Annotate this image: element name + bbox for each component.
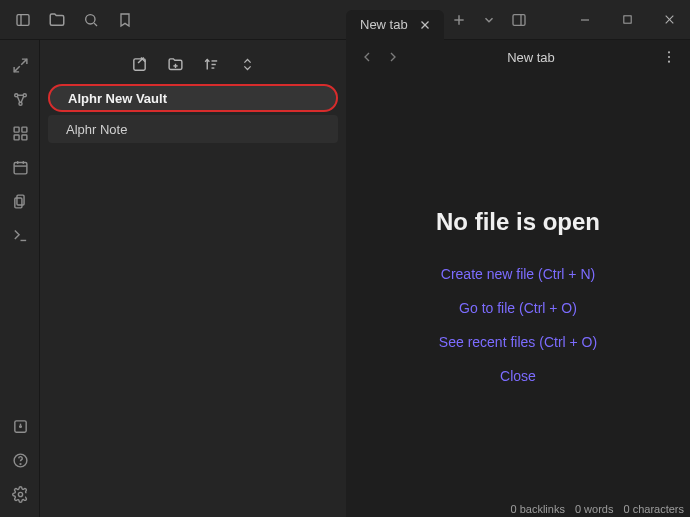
new-folder-icon[interactable]: [163, 54, 187, 74]
right-sidebar-toggle-icon[interactable]: [504, 5, 534, 35]
svg-rect-31: [14, 420, 25, 431]
sort-icon[interactable]: [199, 54, 223, 74]
window-controls: [564, 5, 690, 35]
tab-dropdown-icon[interactable]: [474, 5, 504, 35]
file-pane-toolbar: [48, 48, 338, 84]
editor-header: New tab: [346, 40, 690, 74]
status-backlinks: 0 backlinks: [511, 503, 565, 515]
new-tab-button[interactable]: [444, 5, 474, 35]
svg-rect-11: [623, 16, 630, 23]
ribbon-bottom: [0, 409, 39, 517]
empty-heading: No file is open: [436, 208, 600, 236]
status-characters: 0 characters: [623, 503, 684, 515]
tab-strip: New tab: [346, 0, 690, 39]
svg-line-3: [94, 23, 97, 26]
main-row: Alphr New Vault Alphr Note New tab No fi…: [0, 40, 690, 517]
templates-icon[interactable]: [0, 184, 40, 218]
svg-point-35: [18, 492, 22, 496]
svg-line-17: [17, 96, 19, 102]
titlebar-left: [0, 5, 346, 35]
svg-line-18: [21, 96, 23, 102]
svg-point-2: [86, 14, 95, 23]
svg-rect-0: [17, 14, 29, 25]
settings-icon[interactable]: [0, 477, 40, 511]
collapse-icon[interactable]: [235, 54, 259, 74]
svg-rect-29: [14, 197, 21, 207]
file-item-label: Alphr Note: [66, 122, 127, 137]
svg-point-32: [19, 425, 21, 427]
help-icon[interactable]: [0, 443, 40, 477]
minimize-button[interactable]: [564, 5, 606, 35]
svg-point-44: [668, 56, 670, 58]
svg-rect-28: [16, 195, 23, 205]
titlebar: New tab: [0, 0, 690, 40]
svg-rect-21: [21, 127, 26, 132]
create-new-file-link[interactable]: Create new file (Ctrl + N): [441, 266, 595, 282]
forward-icon[interactable]: [380, 44, 406, 70]
svg-rect-24: [14, 162, 27, 173]
svg-rect-22: [14, 134, 19, 139]
editor-title: New tab: [406, 50, 656, 65]
tab-new-tab[interactable]: New tab: [346, 10, 444, 40]
bookmark-icon[interactable]: [110, 5, 140, 35]
svg-point-34: [20, 463, 21, 464]
daily-note-icon[interactable]: [0, 150, 40, 184]
file-explorer-pane: Alphr New Vault Alphr Note: [40, 40, 346, 517]
svg-rect-20: [14, 127, 19, 132]
canvas-icon[interactable]: [0, 116, 40, 150]
svg-rect-8: [513, 14, 525, 25]
maximize-button[interactable]: [606, 5, 648, 35]
tab-label: New tab: [360, 17, 408, 32]
file-item[interactable]: Alphr Note: [48, 115, 338, 143]
more-options-icon[interactable]: [656, 44, 682, 70]
editor-area: New tab No file is open Create new file …: [346, 40, 690, 517]
svg-point-16: [18, 102, 21, 105]
file-explorer-icon[interactable]: [42, 5, 72, 35]
back-icon[interactable]: [354, 44, 380, 70]
status-bar: 0 backlinks 0 words 0 characters: [511, 503, 684, 515]
graph-view-icon[interactable]: [0, 82, 40, 116]
close-link[interactable]: Close: [500, 368, 536, 384]
close-window-button[interactable]: [648, 5, 690, 35]
go-to-file-link[interactable]: Go to file (Ctrl + O): [459, 300, 577, 316]
close-icon[interactable]: [416, 16, 434, 34]
search-icon[interactable]: [76, 5, 106, 35]
file-item-label: Alphr New Vault: [68, 91, 167, 106]
status-words: 0 words: [575, 503, 614, 515]
svg-rect-23: [21, 134, 26, 139]
empty-state: No file is open Create new file (Ctrl + …: [346, 74, 690, 517]
new-note-icon[interactable]: [127, 54, 151, 74]
command-palette-icon[interactable]: [0, 218, 40, 252]
vault-icon[interactable]: [0, 409, 40, 443]
svg-point-45: [668, 61, 670, 63]
left-ribbon: [0, 40, 40, 517]
quick-switcher-icon[interactable]: [0, 48, 40, 82]
file-item-selected[interactable]: Alphr New Vault: [48, 84, 338, 112]
svg-point-43: [668, 51, 670, 53]
left-sidebar-toggle-icon[interactable]: [8, 5, 38, 35]
see-recent-files-link[interactable]: See recent files (Ctrl + O): [439, 334, 597, 350]
